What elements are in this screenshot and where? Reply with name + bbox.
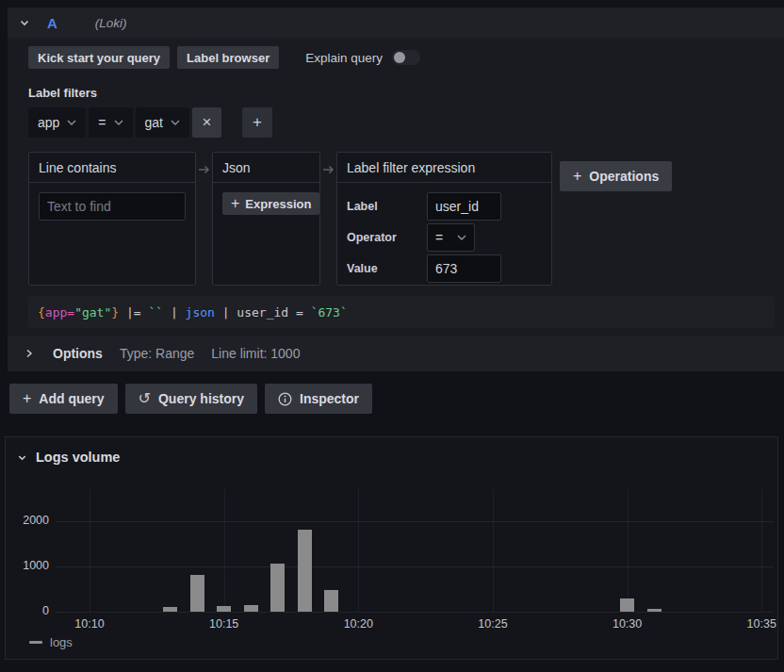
options-type: Type: Range (120, 346, 194, 361)
inspector-button[interactable]: Inspector (265, 384, 372, 414)
chart-bar (270, 564, 285, 612)
query-editor-row: A (Loki) Kick start your query Label bro… (8, 8, 784, 371)
operation-card-title: Json (213, 153, 319, 183)
chevron-down-icon (67, 120, 76, 125)
pipeline-arrow (196, 152, 212, 175)
x-gridline (761, 489, 762, 612)
legend-series-icon (29, 641, 42, 644)
query-code-field[interactable]: {app="gat"} |= `` | json | user_id = `67… (28, 296, 775, 328)
close-icon: × (203, 113, 212, 132)
line-contains-input[interactable] (39, 192, 186, 221)
options-line-limit: Line limit: 1000 (211, 346, 300, 361)
logs-volume-panel: Logs volume 01000200010:1010:1510:2010:2… (5, 436, 778, 660)
label-browser-button[interactable]: Label browser (177, 46, 279, 69)
label-filter-row: app = gat × + (28, 107, 784, 138)
operations-row: Line contains Json + Expression Label fi… (28, 152, 784, 286)
chart-bar (163, 607, 177, 612)
label-filters-title: Label filters (28, 86, 784, 100)
query-history-button[interactable]: ↺ Query history (125, 384, 257, 414)
x-axis-tick-label: 10:25 (465, 617, 521, 631)
logs-volume-chart: 01000200010:1010:1510:2010:2510:3010:35 (6, 437, 777, 659)
chevron-down-icon (457, 235, 466, 240)
explain-query-label: Explain query (305, 51, 383, 65)
field-label: Label (347, 200, 427, 213)
operator-select[interactable]: = (427, 223, 475, 252)
remove-label-filter-button[interactable]: × (192, 107, 221, 138)
value-field-input[interactable] (427, 254, 501, 283)
chart-bar (298, 530, 312, 612)
add-expression-button[interactable]: + Expression (222, 192, 319, 215)
operation-card-json: Json + Expression (212, 152, 320, 286)
plus-icon: + (253, 113, 262, 132)
label-operator-select[interactable]: = (89, 107, 132, 138)
x-axis-tick-label: 10:20 (330, 617, 386, 631)
y-axis-tick-label: 1000 (11, 559, 49, 572)
code-token-brace: } (111, 305, 119, 320)
options-toggle[interactable] (24, 348, 34, 359)
code-token-label: = (67, 305, 74, 320)
field-label: Value (347, 262, 427, 275)
code-token-brace: { (38, 305, 45, 320)
chevron-down-icon (171, 120, 180, 125)
code-token-plain: user_id = (237, 305, 310, 320)
y-axis-tick-label: 2000 (11, 514, 49, 527)
code-token-plain: | (215, 305, 237, 320)
pipeline-arrow (320, 152, 336, 175)
y-gridline (56, 566, 774, 567)
chart-bar (244, 605, 258, 612)
code-token-plain: | (163, 305, 185, 320)
datasource-hint: (Loki) (95, 16, 127, 30)
chevron-down-icon[interactable] (19, 17, 30, 28)
x-gridline (358, 489, 359, 612)
chart-bar (620, 598, 634, 612)
x-axis-tick-label: 10:15 (196, 617, 253, 631)
query-toolbar: Kick start your query Label browser Expl… (28, 46, 784, 69)
arrow-right-icon (198, 164, 211, 175)
chart-bar (647, 609, 662, 612)
options-row: Options Type: Range Line limit: 1000 (8, 336, 784, 371)
code-token-plain: |= (119, 305, 148, 320)
x-axis-tick-label: 10:10 (61, 617, 118, 631)
code-token-label: app (45, 305, 67, 320)
history-icon: ↺ (139, 391, 151, 406)
x-axis-tick-label: 10:30 (599, 617, 656, 631)
chevron-right-icon (24, 348, 34, 359)
code-token-string: "gat" (74, 305, 111, 320)
legend-series-label: logs (50, 635, 73, 649)
code-token-keyword: json (186, 305, 215, 320)
options-label[interactable]: Options (53, 346, 103, 361)
operation-card-title: Label filter expression (337, 153, 551, 183)
plus-icon: + (23, 391, 31, 406)
query-row-header[interactable]: A (Loki) (8, 8, 784, 38)
add-label-filter-button[interactable]: + (242, 107, 272, 138)
kick-start-query-button[interactable]: Kick start your query (28, 46, 170, 69)
toggle-knob-icon (394, 52, 405, 63)
field-label: Operator (347, 231, 427, 244)
label-value-select[interactable]: gat (136, 107, 189, 138)
x-axis-tick-label: 10:35 (733, 617, 784, 631)
chart-bar (217, 606, 231, 612)
plus-icon: + (573, 169, 581, 184)
x-gridline (90, 489, 90, 612)
x-gridline (628, 489, 629, 612)
chevron-down-icon (114, 120, 123, 125)
chart-bar (324, 590, 338, 612)
explain-query-toggle[interactable] (392, 50, 420, 65)
operation-card-title: Line contains (29, 153, 195, 183)
query-ref-id[interactable]: A (47, 15, 57, 31)
x-gridline (493, 489, 494, 612)
arrow-right-icon (322, 164, 335, 175)
operation-card-label-filter-expression: Label filter expression Label Operator =… (336, 152, 552, 286)
add-operations-button[interactable]: + Operations (560, 161, 672, 191)
code-token-string: `` (148, 305, 163, 320)
code-token-string: `673` (311, 305, 348, 320)
y-gridline (56, 521, 774, 522)
label-name-select[interactable]: app (28, 107, 86, 138)
add-query-button[interactable]: + Add query (9, 384, 118, 414)
chart-bar (190, 575, 204, 612)
y-axis-tick-label: 0 (11, 604, 49, 617)
label-field-input[interactable] (427, 192, 501, 221)
operation-card-line-contains: Line contains (28, 152, 196, 286)
legend-item-logs[interactable]: logs (29, 635, 73, 649)
x-gridline (224, 489, 225, 612)
